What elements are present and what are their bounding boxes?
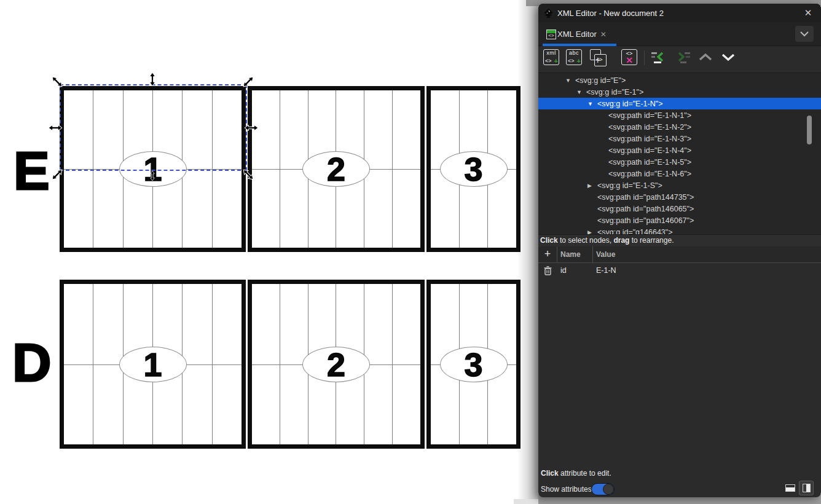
show-attributes-label: Show attributes bbox=[541, 485, 592, 494]
new-text-node-icon: abc <> + bbox=[566, 49, 582, 65]
drawing-canvas: E D 1 2 3 1 2 3 bbox=[0, 0, 538, 504]
duplicate-node-icon-front: <> + bbox=[594, 54, 607, 66]
scale-handle-sw[interactable] bbox=[50, 168, 64, 181]
xml-toolbar: xml <> + abc <> + <> + bbox=[538, 47, 821, 73]
tree-node[interactable]: ▼<svg:g id="E"> bbox=[538, 74, 821, 86]
scale-handle-se[interactable] bbox=[242, 168, 255, 181]
duplicate-node-button[interactable]: <> + bbox=[589, 49, 607, 66]
tree-node-label: <svg:path id="E-1-N-2"> bbox=[608, 123, 691, 132]
expander-open-icon[interactable]: ▼ bbox=[576, 89, 586, 95]
tree-node[interactable]: <svg:path id="E-1-N-3"> bbox=[538, 133, 821, 144]
indent-node-button[interactable] bbox=[675, 49, 693, 66]
tree-node-label: <svg:path id="E-1-N-4"> bbox=[608, 146, 691, 155]
tree-node-label: <svg:path id="E-1-N-3"> bbox=[608, 135, 691, 143]
expander-open-icon[interactable]: ▼ bbox=[587, 101, 597, 107]
add-attribute-button[interactable]: + bbox=[538, 246, 557, 262]
chevron-down-icon bbox=[720, 49, 737, 65]
move-node-up-button[interactable] bbox=[697, 49, 714, 66]
layout-horizontal-button[interactable] bbox=[783, 481, 798, 495]
scale-handle-s[interactable] bbox=[151, 171, 154, 181]
tree-node[interactable]: <svg:path id="path146067"> bbox=[538, 215, 821, 226]
new-element-node-icon: xml <> + bbox=[543, 49, 559, 65]
tree-node[interactable]: ▶<svg:g id="g146643"> bbox=[538, 226, 821, 234]
tree-node-label: <svg:path id="path144735"> bbox=[597, 193, 694, 202]
window-edge-bottom-light bbox=[514, 499, 538, 504]
new-text-node-button[interactable]: abc <> + bbox=[566, 49, 583, 66]
indent-node-icon bbox=[675, 49, 691, 65]
tree-node-label: <svg:g id="E-1"> bbox=[586, 88, 643, 96]
tab-label: XML Editor bbox=[557, 30, 597, 39]
xml-node-tree[interactable]: ▼<svg:g id="E">▼<svg:g id="E-1">▼<svg:g … bbox=[538, 73, 821, 234]
unindent-node-icon bbox=[650, 49, 666, 65]
tab-list-dropdown-button[interactable] bbox=[795, 26, 814, 42]
tree-node-label: <svg:path id="E-1-N-5"> bbox=[608, 158, 691, 167]
tree-node-label: <svg:g id="E-1-S"> bbox=[597, 181, 662, 190]
tree-node-selected[interactable]: ▼<svg:g id="E-1-N"> bbox=[538, 98, 821, 109]
inkscape-window: E D 1 2 3 1 2 3 bbox=[0, 0, 821, 504]
dialog-shadow bbox=[517, 0, 538, 504]
active-tab-underline bbox=[543, 44, 616, 46]
attribute-row[interactable]: idE-1-N bbox=[538, 263, 821, 279]
tree-node[interactable]: ▼<svg:g id="E-1"> bbox=[538, 86, 821, 98]
attribute-rows: idE-1-N bbox=[538, 263, 821, 279]
dialog-title: XML Editor - New document 2 bbox=[557, 9, 664, 18]
xml-tab-icon: <> bbox=[546, 30, 556, 39]
tree-node-label: <svg:g id="E"> bbox=[575, 76, 626, 85]
tree-node[interactable]: <svg:path id="path146065"> bbox=[538, 203, 821, 215]
expander-closed-icon[interactable]: ▶ bbox=[587, 183, 597, 189]
dialog-titlebar[interactable]: XML Editor - New document 2 ✕ bbox=[538, 4, 821, 22]
tree-node-label: <svg:path id="E-1-N-6"> bbox=[608, 170, 691, 178]
move-node-down-button[interactable] bbox=[720, 49, 737, 66]
scale-handle-n[interactable] bbox=[150, 73, 155, 86]
tree-node-label: <svg:path id="path146067"> bbox=[597, 216, 694, 225]
tree-node[interactable]: <svg:path id="E-1-N-4"> bbox=[538, 144, 821, 156]
attribute-name-header: Name bbox=[560, 250, 581, 259]
layout-vertical-button[interactable] bbox=[799, 481, 814, 495]
tree-node[interactable]: ▶<svg:g id="E-1-S"> bbox=[538, 179, 821, 191]
tree-node-label: <svg:path id="E-1-N-1"> bbox=[608, 111, 691, 120]
expander-closed-icon[interactable]: ▶ bbox=[587, 229, 597, 235]
tree-node[interactable]: <svg:path id="E-1-N-5"> bbox=[538, 156, 821, 168]
new-element-node-button[interactable]: xml <> + bbox=[543, 49, 560, 66]
inkscape-logo-icon bbox=[543, 8, 554, 18]
delete-attribute-icon[interactable] bbox=[544, 266, 552, 275]
scale-handle-nw[interactable] bbox=[50, 75, 64, 89]
tab-close-icon[interactable]: ✕ bbox=[600, 30, 607, 39]
attribute-column-separator bbox=[592, 246, 593, 262]
layout-vertical-icon bbox=[803, 484, 811, 492]
tree-node-label: <svg:path id="path146065"> bbox=[597, 205, 694, 213]
chevron-down-icon bbox=[800, 31, 809, 37]
delete-node-icon: <> ✕ bbox=[621, 49, 637, 65]
delete-node-button[interactable]: <> ✕ bbox=[621, 49, 638, 66]
tree-hint-text: Click to select nodes, drag to rearrange… bbox=[538, 234, 821, 246]
attribute-hint-text: Click attribute to edit. bbox=[541, 469, 611, 478]
tree-node[interactable]: <svg:path id="E-1-N-6"> bbox=[538, 168, 821, 179]
layout-horizontal-icon bbox=[785, 484, 795, 492]
tree-node-label: <svg:g id="g146643"> bbox=[597, 228, 673, 235]
expander-open-icon[interactable]: ▼ bbox=[565, 77, 575, 84]
chevron-up-icon bbox=[697, 49, 714, 65]
attribute-value[interactable]: E-1-N bbox=[596, 266, 616, 275]
unindent-node-button[interactable] bbox=[650, 49, 667, 66]
tab-xml-editor[interactable]: <> XML Editor ✕ bbox=[543, 25, 610, 44]
selection-handles[interactable] bbox=[0, 0, 538, 504]
tree-node[interactable]: <svg:path id="E-1-N-1"> bbox=[538, 109, 821, 121]
toggle-knob bbox=[603, 484, 614, 495]
tree-scrollbar-thumb[interactable] bbox=[807, 116, 812, 144]
tree-node-label: <svg:g id="E-1-N"> bbox=[597, 100, 663, 108]
dialog-tabbar: <> XML Editor ✕ bbox=[538, 22, 821, 46]
dialog-close-icon[interactable]: ✕ bbox=[801, 6, 815, 20]
xml-editor-dialog: XML Editor - New document 2 ✕ <> XML Edi… bbox=[538, 4, 821, 497]
tree-node[interactable]: <svg:path id="E-1-N-2"> bbox=[538, 121, 821, 133]
scale-handle-e[interactable] bbox=[245, 125, 258, 131]
show-attributes-toggle[interactable] bbox=[591, 483, 615, 495]
attribute-table-header: + Name Value bbox=[538, 246, 821, 263]
scale-handle-w[interactable] bbox=[49, 125, 62, 131]
toolbar-separator bbox=[644, 50, 645, 65]
tree-node[interactable]: <svg:path id="path144735"> bbox=[538, 191, 821, 203]
attribute-name[interactable]: id bbox=[560, 266, 567, 275]
attribute-value-header: Value bbox=[596, 250, 615, 259]
scale-handle-ne[interactable] bbox=[242, 75, 255, 89]
